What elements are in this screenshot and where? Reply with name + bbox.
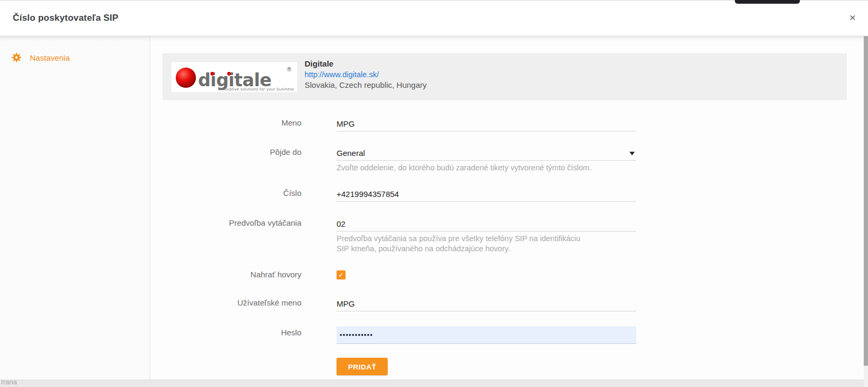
registered-mark: ® [286, 67, 292, 72]
provider-name: Digitale [305, 59, 427, 69]
checkmark-icon: ✓ [337, 270, 346, 279]
predvolba-label: Predvoľba vytáčania [163, 218, 301, 228]
uzivatelske-meno-input[interactable]: MPG [337, 297, 636, 311]
pridat-button[interactable]: PRIDAŤ [337, 358, 388, 375]
predvolba-input[interactable]: 02 [337, 217, 636, 232]
pojde-do-select[interactable]: General [337, 146, 636, 161]
pojde-do-selected-value: General [337, 149, 365, 158]
uzivatelske-meno-label: Užívateľské meno [163, 298, 301, 308]
provider-card: digitale ® Innovative solutions for your… [162, 53, 847, 100]
meno-input[interactable]: MPG [337, 117, 636, 131]
sidebar-item-nastavenia[interactable]: Nastavenia [0, 50, 150, 66]
logo-tagline: Innovative solutions for your business [218, 87, 294, 92]
logo-red-sphere-icon [176, 68, 196, 88]
nahrat-hovory-checkbox[interactable]: ✓ [337, 270, 346, 279]
main-panel: digitale ® Innovative solutions for your… [150, 36, 864, 380]
sip-provider-dialog: Číslo poskytovateľa SIP × [0, 0, 868, 387]
sidebar: Nastavenia [0, 36, 150, 380]
password-masked-value: ••••••••••• [337, 326, 636, 343]
heslo-input[interactable]: ••••••••••• [337, 326, 636, 344]
cislo-input[interactable]: +4219994357854 [337, 187, 636, 202]
heslo-label: Heslo [163, 327, 301, 338]
meno-label: Meno [163, 118, 301, 128]
sidebar-item-label: Nastavenia [30, 50, 70, 66]
background-text-fragment: ľrana [1, 380, 17, 386]
top-dark-tab-fragment [735, 0, 800, 4]
gear-icon [12, 53, 21, 62]
pojde-do-label: Pôjde do [163, 147, 301, 158]
pojde-do-helper: Zvoľte oddelenie, do ktorého budú zarade… [337, 163, 592, 173]
digitale-logo: digitale ® Innovative solutions for your… [171, 62, 297, 92]
provider-regions: Slovakia, Czech republic, Hungary [305, 80, 427, 90]
cislo-label: Číslo [163, 188, 301, 199]
provider-info: Digitale http://www.digitale.sk/ Slovaki… [305, 59, 427, 90]
background-page-strip: ľrana [0, 380, 864, 387]
dialog-header: Číslo poskytovateľa SIP × [0, 0, 868, 36]
vertical-scrollbar[interactable] [864, 36, 868, 387]
predvolba-helper: Predvoľba vytáčania sa používa pre všetk… [337, 234, 592, 254]
scrollbar-thumb[interactable] [864, 36, 868, 366]
close-icon[interactable]: × [845, 10, 861, 26]
chevron-down-icon [629, 152, 635, 155]
provider-url-link[interactable]: http://www.digitale.sk/ [305, 69, 427, 80]
dialog-title: Číslo poskytovateľa SIP [13, 1, 118, 36]
nahrat-hovory-label: Nahrať hovory [163, 269, 301, 280]
